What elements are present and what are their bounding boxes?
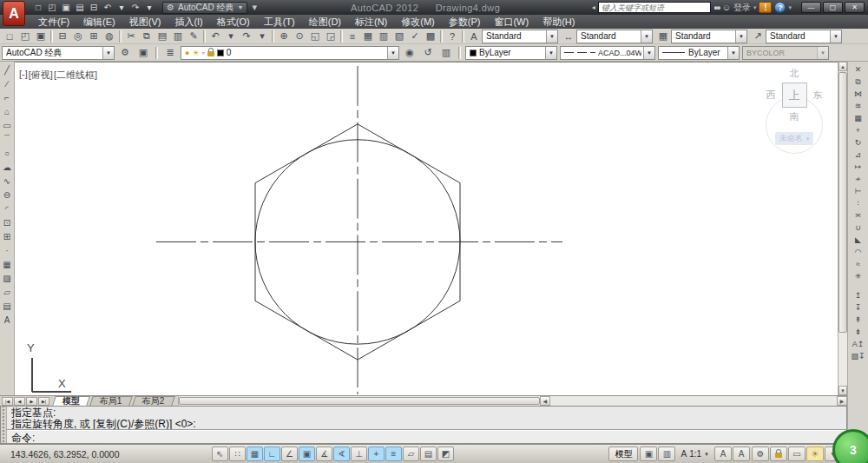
publish-icon[interactable]: ⊞ [86,30,102,43]
viewcube-north-label[interactable]: 北 [761,67,827,80]
qat-plot-icon[interactable]: ⊟ [87,1,101,15]
horizontal-scroll-track[interactable] [550,396,837,406]
blend-icon[interactable]: ≈ [852,258,865,270]
arc-icon[interactable]: ⌒ [0,132,14,146]
paste-icon[interactable]: ▤ [155,30,170,43]
qat-save-icon[interactable]: ▣ [59,1,73,15]
search-icon[interactable]: ●● [713,3,720,12]
chevron-down-icon[interactable] [546,30,557,43]
scroll-down-icon[interactable]: ▼ [838,386,847,395]
workspace-settings-icon[interactable]: ⚙ [117,46,133,60]
object-snap-toggle[interactable]: ▣ [299,446,315,461]
fillet-icon[interactable]: ◠ [852,246,865,258]
qat-undo-dropdown-icon[interactable]: ▾ [115,1,128,15]
layer-select[interactable]: ● ☀ ▫ 0 [181,46,399,60]
hatch-icon[interactable]: ▦ [0,257,14,271]
erase-icon[interactable]: ✕ [852,63,865,76]
mleader-style-select[interactable]: Standard [766,30,842,43]
lineweight-select[interactable]: ByLayer [658,46,740,60]
undo-icon[interactable]: ↶ [207,30,223,43]
viewcube-top-face[interactable]: 上 [782,83,807,108]
autocad-logo-icon[interactable]: A [3,1,25,26]
spline-icon[interactable]: ∿ [0,174,14,188]
drawing-canvas[interactable]: YX [-] [俯视] [二维线框] 北 西 上 东 南 未命名 ▾ [15,62,838,395]
tab-nav-last-icon[interactable]: ▶| [38,397,49,406]
menu-draw[interactable]: 绘图(D) [302,15,348,29]
text-style-select[interactable]: Standard [482,30,558,43]
pan-icon[interactable]: ⊕ [276,30,292,43]
chamfer-icon[interactable]: ◣ [852,234,865,246]
open-icon[interactable]: ◰ [17,30,33,43]
horizontal-scroll-thumb[interactable] [179,397,540,405]
send-under-icon[interactable]: ⇟ [852,326,865,338]
polar-tracking-toggle[interactable]: ∠ [281,446,298,461]
tab-nav-prev-icon[interactable]: ◀ [14,397,25,406]
help-button[interactable]: ? [774,2,786,13]
viewcube-west-label[interactable]: 西 [766,89,776,102]
minimize-button[interactable]: — [801,2,821,13]
object-color-select[interactable]: ByLayer [465,46,557,60]
annotation-visibility-icon[interactable]: A [714,446,732,461]
polygon-icon[interactable]: ⌂ [0,104,14,118]
menu-file[interactable]: 文件(F) [31,15,76,29]
mleader-style-icon[interactable]: ↗ [750,30,766,43]
model-space-button[interactable]: 模型 [608,446,638,461]
chevron-down-icon[interactable]: ▾ [788,4,792,11]
properties-icon[interactable]: ≡ [345,30,360,43]
menu-tools[interactable]: 工具(T) [257,15,302,29]
viewcube-east-label[interactable]: 东 [813,89,823,102]
annotation-autoscale-icon[interactable]: A [733,446,750,461]
ortho-mode-toggle[interactable]: ∟ [264,446,280,461]
horizontal-scrollbar[interactable]: ◀ ▶ [178,396,847,406]
bring-to-front-icon[interactable]: ↥ [852,289,865,301]
polyline-icon[interactable]: ⌐ [0,90,14,104]
annotation-scale-select[interactable]: A 1:1 ▼ [677,446,713,461]
dynamic-input-toggle[interactable]: + [368,446,385,461]
menu-edit[interactable]: 编辑(E) [76,15,122,29]
tab-nav-next-icon[interactable]: ▶ [26,397,37,406]
dynamic-ucs-toggle[interactable]: ⊥ [351,446,367,461]
region-icon[interactable]: ▱ [0,285,14,299]
mtext-icon[interactable]: A [0,313,14,327]
linetype-select[interactable]: ACAD...04W10( [560,46,655,60]
cut-icon[interactable]: ✂ [123,30,139,43]
make-block-icon[interactable]: ⊞ [0,229,14,243]
ellipse-arc-icon[interactable]: ◜ [0,202,14,215]
stretch-icon[interactable]: ↦ [852,161,865,173]
array-icon[interactable]: ▦ [852,112,865,124]
quick-properties-toggle[interactable]: ▤ [420,446,437,461]
chevron-down-icon[interactable] [735,30,746,43]
match-properties-icon[interactable]: ✎ [186,30,201,43]
menu-help[interactable]: 帮助(H) [536,15,582,29]
ellipse-icon[interactable]: ⊖ [0,188,14,202]
lineweight-display-toggle[interactable]: ≡ [385,446,402,461]
command-input[interactable]: 命令: [7,429,846,443]
mirror-icon[interactable]: ⋈ [852,88,865,100]
scale-icon[interactable]: ⊿ [852,149,865,161]
infocenter-search-input[interactable] [598,2,711,13]
extend-icon[interactable]: ⊢ [852,185,865,197]
chevron-down-icon[interactable] [545,47,556,59]
chevron-down-icon[interactable] [830,30,841,43]
dim-style-select[interactable]: Standard [576,30,653,43]
workspaces-select[interactable]: AutoCAD 经典 [2,46,115,60]
paste-special-icon[interactable]: ▥ [170,30,186,43]
bring-above-icon[interactable]: ⇞ [852,314,865,326]
undo-dropdown-icon[interactable]: ▾ [223,30,239,43]
exchange-alert-button[interactable]: ! [759,2,772,13]
copy-clip-icon[interactable]: ⧉ [139,30,155,43]
selection-cycling-toggle[interactable]: ◩ [437,446,454,461]
viewport-visual-style-control[interactable]: [二维线框] [54,69,97,82]
command-window-grip[interactable] [1,407,7,443]
toolbar-lock-icon[interactable] [770,446,787,461]
menu-modify[interactable]: 修改(M) [394,15,442,29]
layer-vp-freeze-icon[interactable]: ▫ [202,49,205,57]
qat-saveas-icon[interactable]: ▤ [73,1,87,15]
markup-manager-icon[interactable]: ✓ [407,30,423,43]
close-button[interactable]: ✕ [845,2,865,13]
break-icon[interactable]: ≍ [852,209,865,222]
explode-icon[interactable]: ✳ [852,270,865,282]
scroll-right-icon[interactable]: ▶ [837,396,847,406]
chevron-down-icon[interactable] [102,47,114,59]
menu-dimension[interactable]: 标注(N) [348,15,394,29]
